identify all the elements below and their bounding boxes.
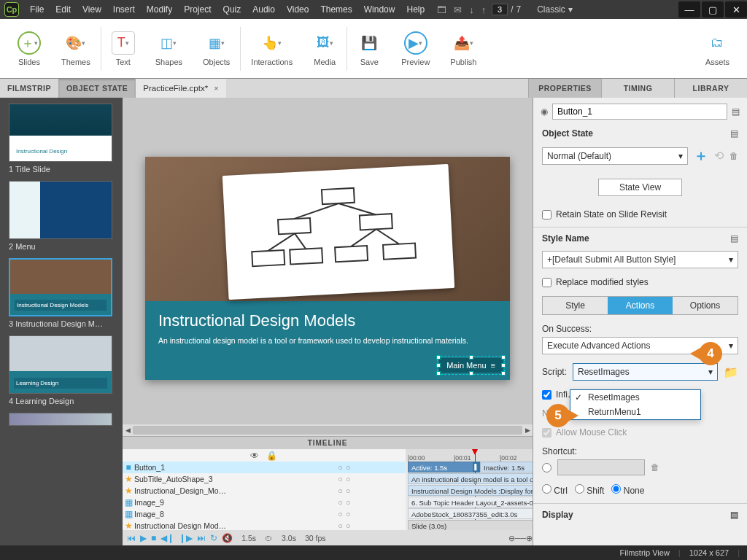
timeline-item[interactable]: ★Instructional_Design_Mo… [123, 485, 283, 497]
sync-icon[interactable]: 🗔 [437, 4, 446, 15]
tab-style[interactable]: Style [543, 297, 608, 314]
folder-icon[interactable]: 📁 [724, 365, 738, 379]
mail-icon[interactable]: ✉ [454, 4, 462, 15]
timeline-bar[interactable]: AdobeStock_180837355_edit:3.0s [408, 508, 533, 519]
menu-help[interactable]: Help [401, 1, 430, 18]
end-icon[interactable]: ⏭ [197, 533, 206, 543]
rewind-icon[interactable]: ⏮ [127, 533, 136, 543]
menu-view[interactable]: View [77, 1, 107, 18]
script-select[interactable]: ResetImages▾ [573, 363, 718, 381]
thumb-2[interactable]: 2 Menu [0, 181, 123, 258]
next-icon[interactable]: ❙▶ [179, 533, 193, 543]
eye-icon[interactable]: 👁 [250, 451, 259, 461]
object-state-header: Object State▤ [533, 125, 747, 141]
menu-modify[interactable]: Modify [142, 1, 177, 18]
script-option-return[interactable]: ReturnMenu1 [570, 405, 700, 419]
shortcut-radio[interactable] [542, 463, 551, 472]
ribbon-objects[interactable]: ▦▾ Objects [193, 19, 240, 78]
object-name-input[interactable] [552, 104, 727, 120]
ribbon-preview[interactable]: ▶▾ Preview [391, 19, 440, 78]
menu-audio[interactable]: Audio [247, 1, 280, 18]
menu-icon[interactable]: ▤ [730, 233, 738, 244]
tab-object-state[interactable]: OBJECT STATE [59, 79, 136, 98]
play-icon[interactable]: ▶ [140, 533, 147, 543]
timeline-bar[interactable]: 6. Sub Topic Header Layout_2-assets-02:3… [408, 497, 533, 508]
add-state-icon[interactable]: ＋ [694, 146, 708, 166]
timeline-item[interactable]: ▦Image_9 [123, 497, 283, 508]
timeline-item[interactable]: ★SubTitle_AutoShape_3 [123, 473, 283, 485]
radio-shift[interactable]: Shift [575, 484, 604, 496]
trash-icon[interactable]: 🗑 [651, 462, 659, 472]
tab-filmstrip[interactable]: FILMSTRIP [0, 79, 59, 98]
close-icon[interactable]: × [214, 84, 218, 93]
ribbon-themes[interactable]: 🎨▾ Themes [51, 19, 101, 78]
thumb-4[interactable]: Learning Design 4 Learning Design [0, 335, 123, 413]
menu-edit[interactable]: Edit [50, 1, 76, 18]
timeline-bar[interactable]: Slide (3.0s) [408, 520, 533, 530]
radio-none[interactable]: None [611, 484, 644, 496]
tab-library[interactable]: LIBRARY [674, 79, 747, 98]
timeline-bars[interactable]: |00:00 |00:01 |00:02 |00:03 |00:04 Activ… [406, 449, 533, 530]
script-option-reset[interactable]: ResetImages [570, 390, 700, 405]
minimize-button[interactable]: — [678, 1, 700, 18]
replace-styles-checkbox[interactable]: Replace modified styles [542, 277, 738, 287]
layout-mode-dropdown[interactable]: Classic ▾ [533, 3, 577, 16]
bar-active[interactable]: Active: 1.5s [408, 462, 475, 472]
ribbon-interactions[interactable]: 👆▾ Interactions [241, 19, 303, 78]
menu-quiz[interactable]: Quiz [218, 1, 247, 18]
document-tab[interactable]: PracticeFile.cptx* × [136, 79, 225, 98]
thumb-3[interactable]: Instructional Design Models 3 Instructio… [0, 258, 123, 335]
ribbon-slides[interactable]: ＋▾ Slides [7, 19, 51, 78]
maximize-button[interactable]: ▢ [702, 1, 724, 18]
stop-icon[interactable]: ■ [151, 533, 156, 543]
menu-file[interactable]: File [25, 1, 49, 18]
loop-icon[interactable]: ↻ [210, 533, 217, 543]
current-slide-input[interactable] [492, 4, 508, 15]
timeline-bar[interactable]: Instructional Design Models :Display for… [408, 485, 533, 496]
timeline-item[interactable]: ★Instructional Design Mod… [123, 520, 283, 530]
state-view-button[interactable]: State View [598, 179, 682, 196]
close-button[interactable]: ✕ [725, 1, 747, 18]
timeline-bar[interactable]: An instructional design model is a tool … [408, 473, 533, 484]
radio-ctrl[interactable]: Ctrl [542, 484, 568, 496]
state-select[interactable]: Normal (Default)▾ [542, 147, 688, 165]
ribbon-publish[interactable]: 📤▾ Publish [440, 19, 487, 78]
retain-state-checkbox[interactable]: Retain State on Slide Revisit [542, 209, 738, 219]
lock-icon[interactable]: 🔒 [266, 451, 277, 461]
ribbon-save[interactable]: 💾 Save [347, 19, 391, 78]
ribbon-shapes-label: Shapes [155, 58, 182, 66]
ribbon-media[interactable]: 🖼▾ Media [303, 19, 347, 78]
menu-window[interactable]: Window [359, 1, 400, 18]
ribbon-assets[interactable]: 🗂 Assets [695, 19, 740, 78]
bar-inactive[interactable]: Inactive: 1.5s [480, 462, 533, 472]
menu-themes[interactable]: Themes [315, 1, 357, 18]
timeline-item[interactable]: ▦Image_8 [123, 508, 283, 520]
timeline-item[interactable]: ■Button_1 [123, 462, 283, 473]
tab-timing[interactable]: TIMING [601, 79, 674, 98]
trash-icon[interactable]: 🗑 [729, 151, 738, 161]
slide-canvas[interactable]: Instructional Design Models An instructi… [123, 98, 533, 424]
thumb-5[interactable] [0, 413, 123, 436]
mute-icon[interactable]: 🔇 [222, 533, 233, 543]
tab-actions[interactable]: Actions [608, 297, 673, 314]
menu-icon[interactable]: ▤ [730, 128, 738, 139]
prev-icon[interactable]: ◀❙ [160, 533, 174, 543]
menu-video[interactable]: Video [282, 1, 314, 18]
ribbon-text[interactable]: T▾ Text [101, 19, 145, 78]
eye-icon[interactable]: ◉ [541, 106, 548, 117]
horizontal-scrollbar[interactable]: ◀▶ [123, 424, 533, 436]
menu-project[interactable]: Project [179, 1, 216, 18]
up-icon[interactable]: ↑ [481, 4, 487, 15]
ribbon-shapes[interactable]: ◫▾ Shapes [145, 19, 193, 78]
thumb-label: 2 Menu [9, 242, 114, 251]
down-icon[interactable]: ↓ [469, 4, 474, 15]
menu-insert[interactable]: Insert [108, 1, 140, 18]
tab-options[interactable]: Options [673, 297, 738, 314]
style-select[interactable]: +[Default Submit All Button Style]▾ [542, 251, 738, 268]
display-header[interactable]: Display▤ [533, 507, 747, 523]
tab-properties[interactable]: PROPERTIES [528, 79, 601, 98]
menu-icon[interactable]: ▤ [732, 106, 740, 117]
thumb-1[interactable]: Instructional Design 1 Title Slide [0, 104, 123, 181]
shortcut-input[interactable] [557, 459, 645, 475]
main-menu-button[interactable]: Main Menu ≡ [439, 358, 503, 373]
